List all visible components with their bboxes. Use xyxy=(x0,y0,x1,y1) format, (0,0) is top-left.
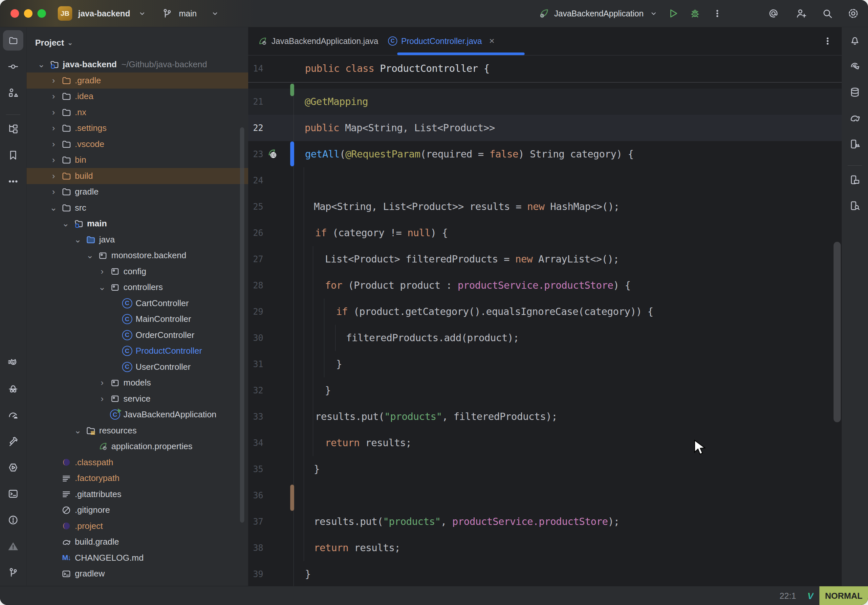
tree-item--idea[interactable]: ›.idea xyxy=(26,88,248,104)
tree-item-models[interactable]: ›models xyxy=(26,375,248,391)
incognito-icon[interactable] xyxy=(3,379,23,399)
git-icon[interactable] xyxy=(3,562,23,583)
running-devices-icon[interactable] xyxy=(845,170,865,190)
tree-item-ordercontroller[interactable]: COrderController xyxy=(26,327,248,343)
tree-item-bin[interactable]: ›bin xyxy=(26,152,248,168)
commit-icon[interactable] xyxy=(3,56,23,77)
tree-item-controllers[interactable]: ⌄controllers xyxy=(26,279,248,295)
tree-item-usercontroller[interactable]: CUserController xyxy=(26,359,248,375)
tree-item-maincontroller[interactable]: CMainController xyxy=(26,311,248,327)
tree-item-gradle[interactable]: ›gradle xyxy=(26,184,248,200)
chevron-collapsed-icon[interactable]: › xyxy=(47,123,60,133)
tree-item-resources[interactable]: ⌄resources xyxy=(26,422,248,439)
copilot-cat-icon[interactable] xyxy=(3,352,23,373)
tree-item-productcontroller[interactable]: CProductController xyxy=(26,343,248,359)
build-icon[interactable] xyxy=(3,431,23,452)
tree-item--classpath[interactable]: .classpath xyxy=(26,454,248,470)
settings-icon[interactable] xyxy=(847,0,859,27)
close-window-icon[interactable] xyxy=(11,9,19,18)
terminal-icon[interactable] xyxy=(3,484,23,504)
tree-item-changelog-md[interactable]: M↓CHANGELOG.md xyxy=(26,550,248,566)
hierarchy-icon[interactable] xyxy=(3,119,23,139)
ai-assistant-icon[interactable] xyxy=(845,56,865,76)
tree-item-config[interactable]: ›config xyxy=(26,263,248,280)
chevron-expanded-icon[interactable]: ⌄ xyxy=(35,59,48,70)
project-panel-header[interactable]: Project ⌄ xyxy=(35,35,73,50)
problems-icon[interactable] xyxy=(3,510,23,530)
more-tools-icon[interactable] xyxy=(3,171,23,192)
tree-item-src[interactable]: ⌄src xyxy=(26,200,248,216)
tree-item--factorypath[interactable]: .factorypath xyxy=(26,470,248,486)
chevron-expanded-icon[interactable]: ⌄ xyxy=(84,250,96,260)
chevron-collapsed-icon[interactable]: › xyxy=(96,378,108,388)
tree-item--gitattributes[interactable]: .gitattributes xyxy=(26,486,248,502)
notifications-icon[interactable] xyxy=(845,30,865,51)
chevron-expanded-icon[interactable]: ⌄ xyxy=(96,282,108,292)
debug-icon[interactable] xyxy=(690,0,701,27)
gradle-icon[interactable] xyxy=(845,108,865,128)
chevron-expanded-icon[interactable]: ⌄ xyxy=(47,203,60,213)
tree-item-java[interactable]: ⌄java xyxy=(26,232,248,248)
tree-item--gitignore[interactable]: .gitignore xyxy=(26,502,248,518)
services-icon[interactable] xyxy=(3,457,23,478)
device-manager-icon[interactable] xyxy=(845,134,865,154)
chevron-collapsed-icon[interactable]: › xyxy=(47,76,60,86)
tree-item-main[interactable]: ⌄main xyxy=(26,215,248,232)
tree-item-application-properties[interactable]: application.properties xyxy=(26,438,248,454)
tree-item--nx[interactable]: ›.nx xyxy=(26,104,248,121)
tab-options-icon[interactable] xyxy=(823,27,832,55)
code-editor[interactable]: 21@GetMapping22public Map<String, List<P… xyxy=(248,56,842,586)
rest-endpoint-globe-icon[interactable] xyxy=(267,148,278,159)
tree-item-java-backend[interactable]: ⌄java-backend~/Github/java-backend xyxy=(26,56,248,73)
tab-productcontroller-java[interactable]: CProductController.java× xyxy=(388,27,494,55)
chevron-expanded-icon[interactable]: ⌄ xyxy=(71,426,84,436)
project-switcher[interactable]: java-backend xyxy=(78,0,130,27)
chevron-collapsed-icon[interactable]: › xyxy=(47,139,60,149)
tree-item-build[interactable]: ›build xyxy=(26,168,248,184)
editor-scrollbar[interactable] xyxy=(834,242,841,422)
more-actions-icon[interactable] xyxy=(712,0,722,27)
tree-item--vscode[interactable]: ›.vscode xyxy=(26,136,248,152)
tree-item-cartcontroller[interactable]: CCartController xyxy=(26,295,248,311)
zoom-window-icon[interactable] xyxy=(37,9,46,18)
branch-switcher[interactable]: main xyxy=(179,0,197,27)
add-user-icon[interactable] xyxy=(795,0,807,27)
tree-item-monostore-backend[interactable]: ⌄monostore.backend xyxy=(26,248,248,263)
warnings-icon[interactable] xyxy=(3,536,23,557)
chevron-collapsed-icon[interactable]: › xyxy=(47,107,60,118)
minimize-window-icon[interactable] xyxy=(24,9,33,18)
chevron-expanded-icon[interactable]: ⌄ xyxy=(59,218,72,229)
tree-item--settings[interactable]: ›.settings xyxy=(26,120,248,136)
run-icon[interactable] xyxy=(667,0,679,27)
close-tab-icon[interactable]: × xyxy=(489,36,494,46)
profiler-icon[interactable] xyxy=(3,405,23,425)
caret-position[interactable]: 22:1 xyxy=(780,586,796,605)
tree-item-gradlew[interactable]: gradlew xyxy=(26,566,248,582)
screenshot-stage: JB java-backend main JavaBackendApplicat… xyxy=(0,0,868,605)
project-badge[interactable]: JB xyxy=(58,6,72,21)
tree-item-build-gradle[interactable]: build.gradle xyxy=(26,534,248,550)
tree-scrollbar[interactable] xyxy=(240,127,244,523)
tree-item-service[interactable]: ›service xyxy=(26,391,248,407)
project-folder-icon[interactable] xyxy=(3,30,23,51)
ai-at-icon[interactable] xyxy=(767,0,780,27)
bookmarks-icon[interactable] xyxy=(3,145,23,166)
device-explorer-icon[interactable] xyxy=(845,195,865,216)
database-icon[interactable] xyxy=(845,82,865,102)
chevron-collapsed-icon[interactable]: › xyxy=(47,171,60,181)
ideavim-icon[interactable]: V xyxy=(807,591,814,601)
tree-item--gradle[interactable]: ›.gradle xyxy=(26,73,248,88)
tab-javabackendapplication-java[interactable]: JavaBackendApplication.java xyxy=(257,27,378,55)
chevron-collapsed-icon[interactable]: › xyxy=(47,91,60,101)
tree-item-javabackendapplication[interactable]: CJavaBackendApplication xyxy=(26,407,248,422)
vim-mode-badge[interactable]: NORMAL xyxy=(819,586,868,605)
structure-icon[interactable] xyxy=(3,83,23,103)
chevron-collapsed-icon[interactable]: › xyxy=(96,394,108,404)
run-config-selector[interactable]: JavaBackendApplication xyxy=(554,0,643,27)
chevron-collapsed-icon[interactable]: › xyxy=(47,155,60,165)
tree-item--project[interactable]: .project xyxy=(26,518,248,534)
search-everywhere-icon[interactable] xyxy=(822,0,833,27)
chevron-expanded-icon[interactable]: ⌄ xyxy=(71,235,84,245)
chevron-collapsed-icon[interactable]: › xyxy=(96,266,108,277)
chevron-collapsed-icon[interactable]: › xyxy=(47,187,60,197)
